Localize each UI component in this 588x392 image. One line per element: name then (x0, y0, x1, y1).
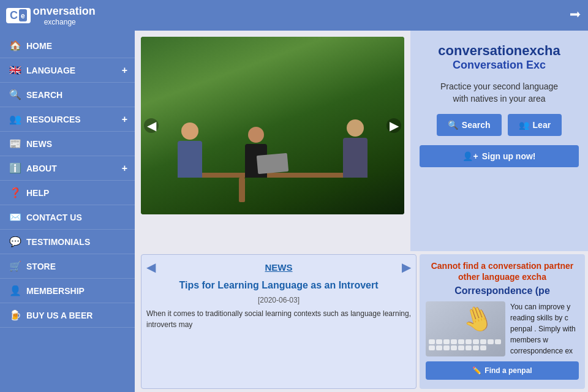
membership-icon: 👤 (9, 285, 21, 296)
logo-e-letter: e (21, 12, 25, 20)
sidebar-item-language[interactable]: 🇬🇧 LANGUAGE + (0, 58, 135, 83)
signup-button[interactable]: 👤+ Sign up now! (420, 145, 579, 167)
keyboard-keys (429, 339, 502, 350)
news-icon: 📰 (9, 138, 21, 149)
article-title: Tips for Learning Language as an Introve… (146, 279, 411, 292)
keyboard-image: 🤚 (426, 301, 505, 356)
learn-button[interactable]: 👥 Lear (508, 114, 562, 136)
resources-icon: 👥 (9, 113, 21, 125)
signup-label: Sign up now! (482, 151, 536, 161)
signup-icon: 👤+ (462, 151, 478, 161)
hero-next-arrow[interactable]: ▶ (386, 118, 401, 133)
article-text: When it comes to traditionally social le… (146, 308, 411, 330)
sidebar-item-news[interactable]: 📰 NEWS (0, 132, 135, 156)
sidebar-label-testimonials: TESTIMONIALS (26, 237, 90, 247)
site-desc-line2: with natives in your area (420, 93, 579, 105)
header: C e onversation exchange ⮕ (0, 0, 588, 31)
sidebar-label-beer: BUY US A BEER (26, 311, 92, 320)
news-header: ◀ NEWS ▶ (146, 260, 411, 274)
flag-icon: 🇬🇧 (9, 64, 21, 76)
search-btn-icon: 🔍 (448, 120, 458, 130)
testimonials-icon: 💬 (9, 236, 21, 247)
sidebar: 🏠 HOME 🇬🇧 LANGUAGE + 🔍 SEARCH 👥 RESOURCE… (0, 31, 135, 392)
learn-btn-label: Lear (533, 120, 551, 130)
search-icon: 🔍 (9, 89, 21, 100)
bottom-row: ◀ NEWS ▶ Tips for Learning Language as a… (135, 251, 588, 392)
sidebar-item-contact[interactable]: ✉️ CONTACT US (0, 205, 135, 230)
home-icon: 🏠 (9, 40, 21, 51)
help-icon: ❓ (9, 187, 21, 198)
hand-icon: 🤚 (458, 301, 497, 337)
penpal-icon: ✏️ (472, 366, 481, 375)
top-row: ◀ ▶ conversationexcha Conversation Exc P… (135, 31, 588, 251)
sidebar-item-about[interactable]: ℹ️ ABOUT + (0, 156, 135, 181)
logo-c-letter: C (10, 9, 18, 22)
resources-expand-icon[interactable]: + (122, 114, 127, 125)
sidebar-item-help[interactable]: ❓ HELP (0, 181, 135, 205)
site-subtitle: Conversation Exc (420, 59, 579, 72)
partner-header: Cannot find a conversation partner other… (426, 260, 579, 282)
action-buttons-row: 🔍 Search 👥 Lear (420, 114, 579, 136)
logo-main-text: onversation (33, 5, 96, 18)
sidebar-label-membership: MEMBERSHIP (26, 286, 85, 296)
find-penpal-button[interactable]: ✏️ Find a penpal (426, 361, 579, 380)
site-desc-line1: Practice your second language (420, 81, 579, 93)
main-layout: 🏠 HOME 🇬🇧 LANGUAGE + 🔍 SEARCH 👥 RESOURCE… (0, 31, 588, 392)
sidebar-item-membership[interactable]: 👤 MEMBERSHIP (0, 279, 135, 303)
contact-icon: ✉️ (9, 211, 21, 223)
learn-btn-icon: 👥 (519, 120, 529, 130)
about-icon: ℹ️ (9, 162, 21, 174)
about-expand-icon[interactable]: + (122, 163, 127, 174)
sidebar-label-home: HOME (26, 41, 52, 51)
search-button[interactable]: 🔍 Search (437, 114, 502, 136)
sidebar-label-language: LANGUAGE (26, 66, 75, 75)
beer-icon: 🍺 (9, 309, 21, 321)
article-date: [2020-06-03] (146, 296, 411, 304)
sidebar-item-testimonials[interactable]: 💬 TESTIMONIALS (0, 230, 135, 254)
sidebar-label-about: ABOUT (26, 164, 57, 173)
partner-section: Cannot find a conversation partner other… (420, 254, 585, 389)
correspondence-content: 🤚 You can improve y reading skills by c … (426, 301, 579, 356)
sidebar-label-resources: RESOURCES (26, 115, 81, 124)
hero-image: ◀ ▶ (141, 37, 404, 214)
logo-sub-text: exchange (44, 18, 96, 26)
sidebar-label-contact: CONTACT US (26, 213, 82, 222)
sidebar-item-resources[interactable]: 👥 RESOURCES + (0, 107, 135, 132)
login-icon[interactable]: ⮕ (570, 9, 582, 23)
logo[interactable]: C e onversation exchange (6, 5, 96, 26)
hero-section: ◀ ▶ (135, 31, 410, 251)
right-panel: conversationexcha Conversation Exc Pract… (410, 31, 588, 251)
correspondence-title: Correspondence (pe (426, 285, 579, 296)
news-prev-arrow[interactable]: ◀ (146, 260, 156, 274)
content-area: ◀ ▶ conversationexcha Conversation Exc P… (135, 31, 588, 392)
news-title-link[interactable]: NEWS (265, 262, 293, 273)
store-icon: 🛒 (9, 260, 21, 272)
correspondence-text: You can improve y reading skills by c pe… (510, 301, 579, 356)
news-next-arrow[interactable]: ▶ (402, 260, 411, 274)
sidebar-item-beer[interactable]: 🍺 BUY US A BEER (0, 303, 135, 328)
site-title: conversationexcha (420, 43, 579, 59)
sidebar-label-help: HELP (26, 188, 49, 198)
news-section: ◀ NEWS ▶ Tips for Learning Language as a… (141, 254, 417, 389)
sidebar-label-store: STORE (26, 262, 56, 271)
sidebar-label-news: NEWS (26, 139, 52, 149)
logo-text-group: onversation exchange (33, 5, 96, 26)
logo-box: C e (6, 8, 31, 23)
sidebar-label-search: SEARCH (26, 90, 62, 100)
language-expand-icon[interactable]: + (122, 65, 127, 76)
logo-e-box: e (19, 9, 27, 21)
hero-prev-arrow[interactable]: ◀ (144, 118, 159, 133)
sidebar-item-home[interactable]: 🏠 HOME (0, 34, 135, 58)
sidebar-item-search[interactable]: 🔍 SEARCH (0, 83, 135, 107)
sidebar-item-store[interactable]: 🛒 STORE (0, 254, 135, 279)
signup-row: 👤+ Sign up now! (420, 145, 579, 167)
find-penpal-label: Find a penpal (484, 366, 532, 375)
search-btn-label: Search (462, 120, 491, 130)
